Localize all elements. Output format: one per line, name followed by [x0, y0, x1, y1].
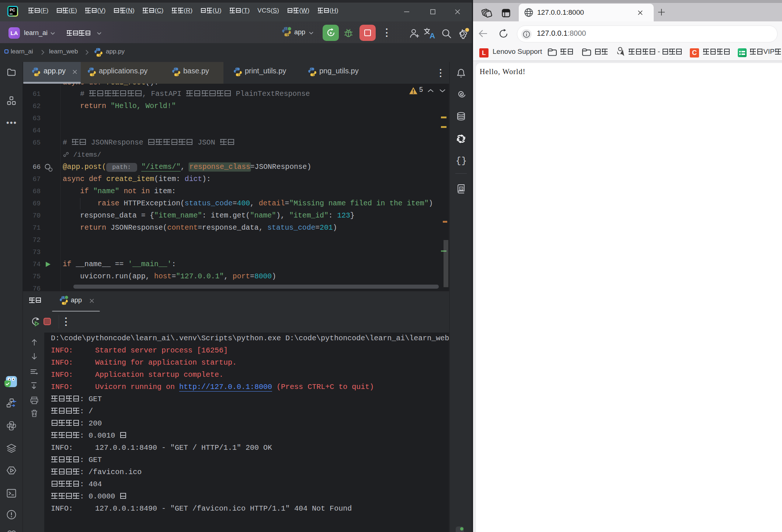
- svg-text:A: A: [430, 31, 435, 39]
- svg-text:A: A: [460, 187, 462, 191]
